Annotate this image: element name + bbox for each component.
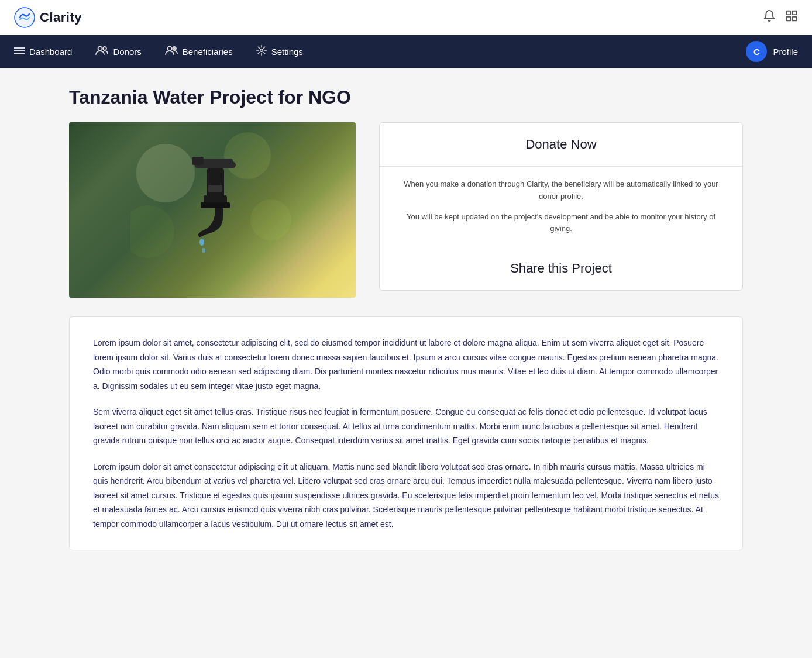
nav-donors[interactable]: Donors — [84, 35, 153, 68]
settings-icon — [256, 45, 267, 58]
svg-point-24 — [202, 248, 205, 253]
svg-point-18 — [130, 205, 174, 258]
svg-point-17 — [250, 199, 291, 240]
top-bar-icons — [763, 9, 798, 25]
svg-rect-2 — [793, 11, 796, 15]
app-name: Clarity — [40, 10, 82, 25]
svg-point-23 — [199, 239, 204, 246]
description-para-1: Lorem ipsum dolor sit amet, consectetur … — [93, 336, 719, 393]
top-bar: Clarity — [0, 0, 812, 35]
svg-rect-27 — [192, 157, 204, 165]
nav-bar: Dashboard Donors Beneficiaries Settings — [0, 35, 812, 68]
svg-rect-4 — [793, 17, 796, 20]
svg-rect-1 — [787, 11, 790, 15]
project-image-column — [69, 122, 356, 298]
svg-rect-22 — [201, 202, 230, 208]
donate-title: Donate Now — [525, 137, 596, 151]
clarity-logo-icon — [14, 7, 35, 28]
beneficiaries-icon — [165, 46, 178, 58]
share-section[interactable]: Share this Project — [380, 247, 742, 290]
nav-donors-label: Donors — [113, 47, 141, 57]
donate-desc-1: When you make a donation through Clarity… — [398, 178, 724, 203]
nav-dashboard[interactable]: Dashboard — [14, 35, 84, 68]
svg-point-10 — [167, 46, 171, 50]
action-card: Donate Now When you make a donation thro… — [379, 122, 743, 291]
faucet-illustration — [130, 126, 294, 278]
grid-icon[interactable] — [785, 9, 798, 25]
svg-rect-3 — [787, 17, 790, 20]
svg-point-8 — [98, 46, 102, 50]
project-actions-column: Donate Now When you make a donation thro… — [379, 122, 743, 291]
notification-icon[interactable] — [763, 9, 776, 25]
description-para-2: Sem viverra aliquet eget sit amet tellus… — [93, 405, 719, 448]
svg-rect-20 — [207, 168, 224, 198]
profile-area[interactable]: C Profile — [746, 41, 798, 62]
donate-desc-2: You will be kept updated on the project'… — [398, 211, 724, 236]
page-title: Tanzania Water Project for NGO — [69, 87, 743, 108]
main-content: Tanzania Water Project for NGO — [55, 68, 757, 569]
nav-settings-label: Settings — [271, 47, 303, 57]
project-image — [69, 122, 356, 298]
nav-settings[interactable]: Settings — [245, 35, 315, 68]
project-layout: Donate Now When you make a donation thro… — [69, 122, 743, 298]
svg-point-16 — [224, 132, 271, 179]
donors-icon — [95, 46, 108, 58]
description-card: Lorem ipsum dolor sit amet, consectetur … — [69, 316, 743, 550]
dashboard-icon — [14, 46, 25, 58]
logo-area: Clarity — [14, 7, 82, 28]
share-title: Share this Project — [510, 261, 612, 275]
donate-description: When you make a donation through Clarity… — [380, 167, 742, 247]
profile-avatar: C — [746, 41, 767, 62]
svg-rect-25 — [208, 185, 222, 192]
nav-dashboard-label: Dashboard — [29, 47, 72, 57]
profile-label: Profile — [773, 47, 798, 57]
svg-point-9 — [103, 47, 106, 50]
description-text: Lorem ipsum dolor sit amet, consectetur … — [93, 336, 719, 531]
donate-section: Donate Now — [380, 123, 742, 167]
nav-beneficiaries-label: Beneficiaries — [183, 47, 233, 57]
svg-point-14 — [260, 49, 263, 51]
nav-beneficiaries[interactable]: Beneficiaries — [153, 35, 245, 68]
description-para-3: Lorem ipsum dolor sit amet consectetur a… — [93, 460, 719, 532]
svg-point-15 — [136, 144, 195, 202]
svg-point-0 — [15, 8, 35, 27]
